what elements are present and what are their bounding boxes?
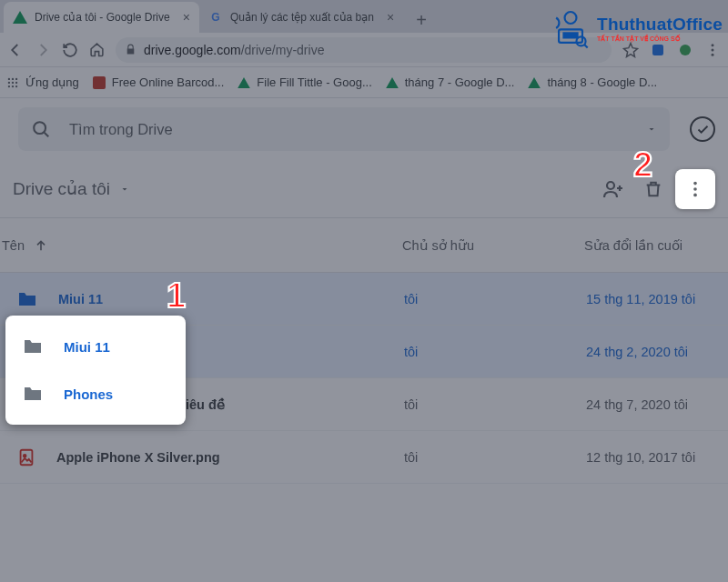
apps-label: Ứng dụng bbox=[25, 75, 79, 89]
column-name-label: Tên bbox=[2, 238, 25, 253]
close-icon[interactable]: × bbox=[387, 10, 394, 25]
selection-item[interactable]: Miui 11 bbox=[5, 323, 186, 370]
annotation-1: 1 bbox=[167, 276, 186, 316]
caret-down-icon[interactable] bbox=[646, 124, 657, 135]
bookmark-item[interactable]: File Fill Tittle - Goog... bbox=[237, 75, 371, 90]
selection-label: Phones bbox=[64, 386, 113, 402]
svg-point-4 bbox=[712, 53, 714, 55]
column-headers: Tên Chủ sở hữu Sửa đổi lần cuối bbox=[0, 218, 728, 273]
drive-favicon bbox=[385, 75, 399, 90]
column-name[interactable]: Tên bbox=[2, 238, 402, 253]
file-owner: tôi bbox=[404, 397, 586, 412]
watermark-title: ThuthuatOffice bbox=[597, 15, 723, 33]
svg-point-11 bbox=[8, 85, 10, 86]
drive-favicon bbox=[237, 75, 251, 90]
svg-point-5 bbox=[8, 77, 10, 79]
svg-point-7 bbox=[15, 77, 17, 79]
bookmark-label: tháng 8 - Google D... bbox=[547, 75, 657, 89]
url-text: drive.google.com/drive/my-drive bbox=[144, 43, 324, 57]
svg-point-21 bbox=[24, 454, 26, 457]
svg-point-14 bbox=[34, 122, 46, 134]
file-name: Miui 11 bbox=[58, 292, 103, 306]
ready-indicator-icon[interactable] bbox=[690, 116, 715, 142]
drive-header: Drive của tôi bbox=[0, 160, 728, 218]
watermark: ThuthuatOffice TẤT TẦN TẬT VỀ CÔNG SỐ bbox=[550, 7, 723, 49]
tab-export[interactable]: G Quản lý các tệp xuất của bạn × bbox=[199, 2, 403, 33]
url-box[interactable]: drive.google.com/drive/my-drive bbox=[116, 37, 612, 63]
image-file-icon bbox=[16, 447, 36, 468]
apps-button[interactable]: Ứng dụng bbox=[5, 75, 79, 90]
file-name: Apple iPhone X Silver.png bbox=[56, 450, 220, 465]
svg-point-15 bbox=[607, 182, 614, 189]
tab-title: Drive của tôi - Google Drive bbox=[35, 11, 170, 24]
caret-down-icon bbox=[119, 184, 130, 195]
svg-rect-23 bbox=[562, 32, 578, 38]
drive-favicon bbox=[13, 10, 27, 25]
column-modified[interactable]: Sửa đổi lần cuối bbox=[584, 238, 715, 253]
new-tab-button[interactable]: + bbox=[409, 7, 434, 33]
svg-point-18 bbox=[693, 193, 697, 196]
lock-icon bbox=[125, 44, 136, 55]
svg-point-25 bbox=[577, 36, 586, 45]
svg-point-12 bbox=[12, 85, 14, 86]
file-modified: 15 thg 11, 2019 tôi bbox=[586, 292, 715, 306]
search-box[interactable]: Tìm trong Drive bbox=[18, 107, 670, 151]
google-favicon: G bbox=[208, 10, 223, 25]
file-modified: 24 thg 2, 2020 tôi bbox=[586, 345, 715, 359]
home-icon[interactable] bbox=[89, 42, 105, 57]
location-title: Drive của tôi bbox=[13, 178, 110, 199]
forward-icon bbox=[35, 42, 51, 58]
svg-rect-20 bbox=[21, 449, 33, 465]
bookmark-label: tháng 7 - Google D... bbox=[405, 75, 515, 89]
reload-icon[interactable] bbox=[62, 42, 78, 58]
svg-point-9 bbox=[12, 81, 14, 83]
tab-drive[interactable]: Drive của tôi - Google Drive × bbox=[4, 2, 199, 33]
bookmark-item[interactable]: Free Online Barcod... bbox=[92, 75, 225, 90]
more-actions-button[interactable] bbox=[675, 169, 715, 209]
close-icon[interactable]: × bbox=[183, 10, 190, 25]
folder-icon bbox=[16, 288, 38, 310]
file-owner: tôi bbox=[404, 345, 586, 359]
folder-icon bbox=[22, 383, 44, 405]
svg-point-6 bbox=[12, 77, 14, 79]
file-owner: tôi bbox=[404, 450, 586, 465]
svg-point-13 bbox=[15, 85, 17, 86]
drive-favicon bbox=[527, 75, 541, 90]
share-button[interactable] bbox=[593, 169, 633, 209]
bookmark-item[interactable]: tháng 7 - Google D... bbox=[385, 75, 515, 90]
file-owner: tôi bbox=[404, 292, 586, 306]
apps-icon bbox=[5, 75, 20, 90]
search-icon bbox=[31, 119, 51, 139]
file-row[interactable]: Apple iPhone X Silver.png tôi 12 thg 10,… bbox=[0, 431, 728, 484]
bookmark-label: File Fill Tittle - Goog... bbox=[257, 75, 371, 89]
search-placeholder: Tìm trong Drive bbox=[69, 121, 628, 138]
drive-app: Tìm trong Drive Drive của tôi Tên bbox=[0, 98, 728, 484]
svg-point-16 bbox=[693, 181, 697, 185]
watermark-subtitle: TẤT TẦN TẬT VỀ CÔNG SỐ bbox=[597, 35, 723, 42]
bookmark-favicon bbox=[92, 75, 106, 90]
back-icon[interactable] bbox=[7, 42, 24, 58]
selection-label: Miui 11 bbox=[64, 339, 110, 355]
sort-asc-icon bbox=[34, 238, 48, 253]
column-owner[interactable]: Chủ sở hữu bbox=[402, 238, 584, 253]
bookmark-item[interactable]: tháng 8 - Google D... bbox=[527, 75, 657, 90]
tab-title: Quản lý các tệp xuất của bạn bbox=[230, 11, 374, 24]
search-row: Tìm trong Drive bbox=[0, 98, 728, 160]
bookmark-label: Free Online Barcod... bbox=[112, 75, 225, 89]
location-dropdown[interactable]: Drive của tôi bbox=[4, 171, 139, 206]
file-modified: 24 thg 7, 2020 tôi bbox=[586, 397, 715, 412]
svg-point-8 bbox=[8, 81, 10, 83]
file-modified: 12 thg 10, 2017 tôi bbox=[586, 450, 715, 465]
annotation-2: 2 bbox=[633, 146, 652, 185]
folder-icon bbox=[22, 336, 44, 357]
svg-point-24 bbox=[565, 12, 577, 24]
watermark-logo-icon bbox=[550, 7, 592, 49]
selection-popup: Miui 11 Phones bbox=[5, 316, 186, 425]
bookmarks-bar: Ứng dụng Free Online Barcod... File Fill… bbox=[0, 67, 728, 98]
svg-point-17 bbox=[693, 187, 697, 191]
svg-point-10 bbox=[15, 81, 17, 83]
selection-item[interactable]: Phones bbox=[5, 370, 186, 417]
